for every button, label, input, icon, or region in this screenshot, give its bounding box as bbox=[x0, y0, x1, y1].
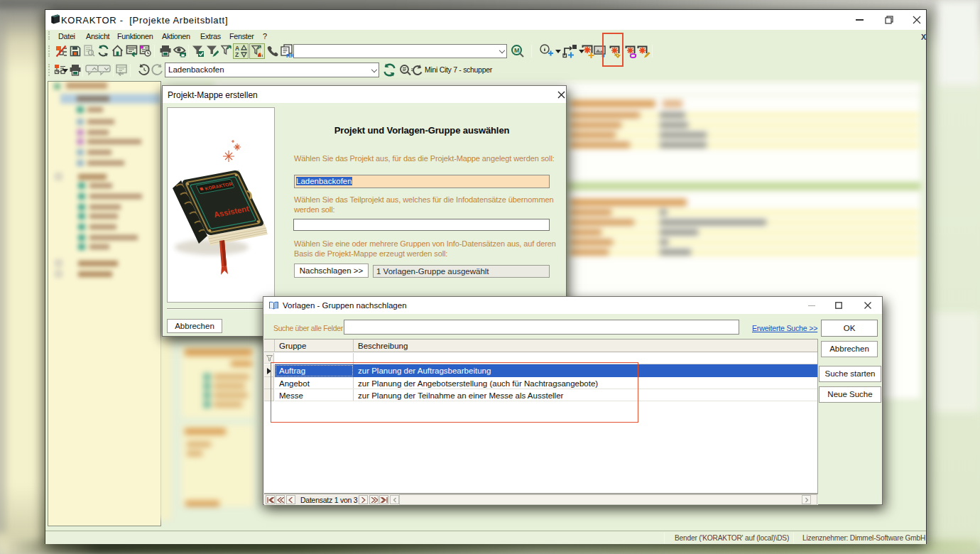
svg-text:Z: Z bbox=[235, 51, 239, 58]
svg-text:RR: RR bbox=[286, 53, 293, 58]
svg-text:M: M bbox=[514, 47, 520, 54]
